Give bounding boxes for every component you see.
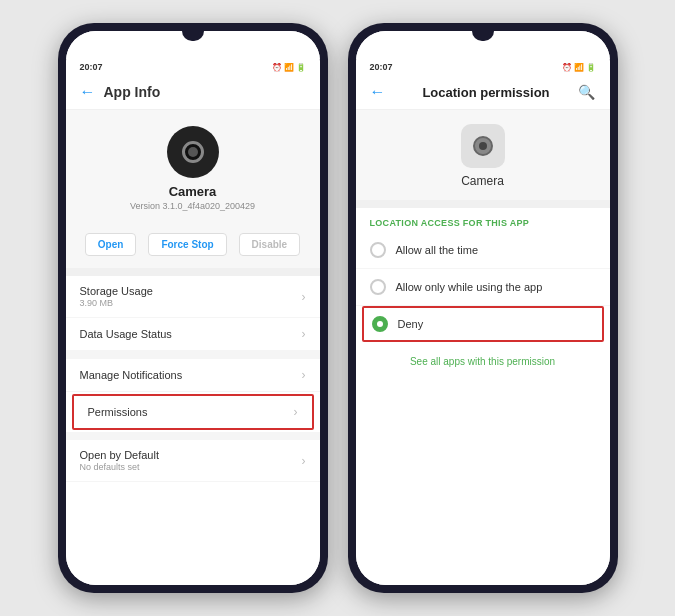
status-icons-1: ⏰ 📶 🔋 <box>272 63 306 72</box>
disable-button[interactable]: Disable <box>239 233 301 256</box>
phone-app-info: 20:07 ⏰ 📶 🔋 ← App Info Camera Version 3.… <box>58 23 328 593</box>
status-time-2: 20:07 <box>370 62 393 72</box>
notch <box>182 31 204 41</box>
notch-2 <box>472 31 494 41</box>
back-button-1[interactable]: ← <box>80 83 96 101</box>
app-version: Version 3.1.0_4f4a020_200429 <box>130 201 255 211</box>
screen-content-1: Camera Version 3.1.0_4f4a020_200429 Open… <box>66 110 320 585</box>
option-deny[interactable]: Deny <box>362 306 604 342</box>
see-all-link[interactable]: See all apps with this permission <box>356 342 610 381</box>
notch-bar <box>66 31 320 59</box>
app-icon-section: Camera Version 3.1.0_4f4a020_200429 <box>66 110 320 223</box>
option-label-deny: Deny <box>398 318 424 330</box>
chevron-icon: › <box>302 454 306 468</box>
screen-content-2: Camera LOCATION ACCESS FOR THIS APP Allo… <box>356 110 610 585</box>
menu-list: Storage Usage 3.90 MB › Data Usage Statu… <box>66 276 320 482</box>
status-bar-1: 20:07 ⏰ 📶 🔋 <box>66 59 320 75</box>
back-button-2[interactable]: ← <box>370 83 386 101</box>
camera-lens-icon <box>182 141 204 163</box>
radio-selected <box>372 316 388 332</box>
chevron-icon: › <box>302 368 306 382</box>
section-label: LOCATION ACCESS FOR THIS APP <box>356 208 610 232</box>
chevron-icon: › <box>294 405 298 419</box>
camera-icon-box <box>461 124 505 168</box>
list-item[interactable]: Open by Default No defaults set › <box>66 440 320 482</box>
page-title-1: App Info <box>104 84 161 100</box>
status-time-1: 20:07 <box>80 62 103 72</box>
search-icon[interactable]: 🔍 <box>578 84 595 100</box>
phone-location-permission: 20:07 ⏰ 📶 🔋 ← Location permission 🔍 Came… <box>348 23 618 593</box>
chevron-icon: › <box>302 327 306 341</box>
camera-icon <box>473 136 493 156</box>
list-item[interactable]: Data Usage Status › <box>66 318 320 351</box>
app-info-header: ← App Info <box>66 75 320 110</box>
list-item[interactable]: Manage Notifications › <box>66 359 320 392</box>
force-stop-button[interactable]: Force Stop <box>148 233 226 256</box>
list-item[interactable]: Storage Usage 3.90 MB › <box>66 276 320 318</box>
camera-label: Camera <box>461 174 504 188</box>
status-bar-2: 20:07 ⏰ 📶 🔋 <box>356 59 610 75</box>
location-page-title: Location permission <box>422 85 549 100</box>
menu-divider <box>66 432 320 440</box>
permissions-item[interactable]: Permissions › <box>72 394 314 430</box>
chevron-icon: › <box>302 290 306 304</box>
option-label-2: Allow only while using the app <box>396 281 543 293</box>
app-icon <box>167 126 219 178</box>
radio-unselected-2 <box>370 279 386 295</box>
option-label: Allow all the time <box>396 244 479 256</box>
radio-unselected <box>370 242 386 258</box>
notch-bar-2 <box>356 31 610 59</box>
status-icons-2: ⏰ 📶 🔋 <box>562 63 596 72</box>
option-allow-all-time[interactable]: Allow all the time <box>356 232 610 269</box>
action-buttons: Open Force Stop Disable <box>66 223 320 276</box>
option-allow-while-using[interactable]: Allow only while using the app <box>356 269 610 306</box>
open-button[interactable]: Open <box>85 233 137 256</box>
menu-divider <box>66 351 320 359</box>
camera-section: Camera <box>356 110 610 208</box>
app-name-1: Camera <box>169 184 217 199</box>
location-header: ← Location permission 🔍 <box>356 75 610 110</box>
